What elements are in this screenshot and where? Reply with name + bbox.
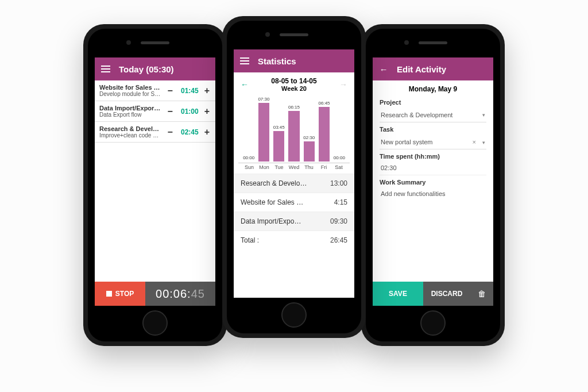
chart-bar: 06:45: [317, 97, 331, 162]
chart-bar: 06:15: [287, 97, 301, 162]
chart-bar: 00:00: [242, 97, 256, 162]
minus-icon[interactable]: −: [165, 127, 175, 137]
activity-time: 01:45: [179, 87, 199, 95]
bar-value-label: 07:30: [258, 97, 269, 102]
activity-title: Data Import/Export Plu…: [99, 105, 162, 112]
action-bar: SAVE DISCARD 🗑: [373, 282, 493, 306]
appbar-edit: ← Edit Activity: [373, 57, 493, 80]
chart-bar: 03:45: [272, 97, 286, 162]
date-range: 08-05 to 14-05: [271, 77, 316, 85]
bar-value-label: 02:30: [303, 135, 315, 140]
axis-tick: Sun: [242, 164, 257, 170]
work-summary-label: Work Summary: [380, 179, 486, 186]
chevron-down-icon: ▾: [482, 140, 485, 145]
activity-subtitle: Data Export flow: [99, 112, 162, 118]
home-button[interactable]: [281, 302, 307, 328]
axis-tick: Fri: [316, 164, 331, 170]
appbar-stats: Statistics: [234, 49, 354, 72]
project-value: Research & Development: [381, 112, 452, 118]
activity-row[interactable]: Website for Sales & W… Develop module fo…: [95, 80, 215, 101]
activity-row[interactable]: Data Import/Export Plu… Data Export flow…: [95, 101, 215, 122]
activity-title: Research & Developme…: [99, 125, 162, 132]
discard-button[interactable]: DISCARD: [423, 290, 470, 298]
activity-time: 01:00: [179, 107, 199, 116]
prev-week-icon[interactable]: ←: [241, 80, 249, 89]
stat-row: Research & Develo…13:00: [234, 174, 354, 193]
plus-icon[interactable]: +: [203, 106, 211, 117]
home-button[interactable]: [142, 310, 168, 336]
stat-value: 09:30: [330, 217, 347, 225]
stop-icon: [106, 291, 112, 297]
next-week-icon[interactable]: →: [339, 80, 347, 89]
clear-icon[interactable]: ×: [473, 139, 476, 145]
bar-fill: [273, 131, 284, 162]
phone-stats: Statistics ← 08-05 to 14-05 Week 20 → 00…: [222, 16, 366, 338]
stat-name: Data Import/Expo…: [241, 217, 301, 225]
bar-value-label: 06:15: [288, 105, 300, 110]
task-label: Task: [380, 126, 486, 133]
activity-list: Website for Sales & W… Develop module fo…: [95, 80, 215, 282]
bar-fill: [319, 107, 330, 162]
minus-icon[interactable]: −: [165, 106, 175, 117]
axis-tick: Wed: [287, 164, 301, 170]
axis-tick: Tue: [272, 164, 287, 170]
hamburger-icon[interactable]: [239, 57, 250, 64]
activity-title: Website for Sales & W…: [99, 84, 162, 91]
plus-icon[interactable]: +: [203, 127, 211, 137]
axis-tick: Mon: [257, 164, 272, 170]
stat-value: 4:15: [334, 198, 347, 206]
stop-label: STOP: [115, 290, 134, 298]
phone-today: Today (05:30) Website for Sales & W… Dev…: [83, 24, 227, 346]
task-value: New portal system: [381, 139, 432, 145]
time-spent-input[interactable]: 02:30: [380, 163, 486, 175]
project-select[interactable]: Research & Development ▾: [380, 109, 486, 122]
activity-subtitle: Improve+clean code an…: [99, 132, 162, 139]
axis-tick: Sat: [331, 164, 346, 170]
stat-row: Total :26:45: [234, 230, 354, 249]
activity-time: 02:45: [179, 128, 199, 136]
appbar-title: Today (05:30): [119, 64, 174, 74]
bar-value-label: 00:00: [243, 155, 254, 160]
chart-bar: 07:30: [257, 97, 270, 162]
project-label: Project: [380, 99, 486, 106]
hamburger-icon[interactable]: [100, 66, 111, 72]
stat-name: Research & Develo…: [241, 179, 307, 187]
bar-fill: [304, 141, 315, 162]
edit-form: Monday, May 9 Project Research & Develop…: [373, 80, 493, 282]
stat-value: 13:00: [330, 179, 347, 187]
chevron-down-icon: ▾: [482, 112, 485, 118]
activity-row[interactable]: Research & Developme… Improve+clean code…: [95, 122, 215, 143]
stat-name: Total :: [241, 236, 259, 244]
stat-name: Website for Sales …: [241, 198, 303, 206]
time-spent-label: Time spent (hh:mm): [380, 153, 486, 160]
activity-subtitle: Develop module for Sa…: [99, 91, 162, 97]
bar-fill: [288, 111, 299, 162]
minus-icon[interactable]: −: [165, 86, 175, 96]
stats-summary-list: Research & Develo…13:00Website for Sales…: [234, 174, 354, 249]
date-range-nav: ← 08-05 to 14-05 Week 20 →: [234, 72, 354, 94]
form-date: Monday, May 9: [380, 85, 486, 93]
bar-value-label: 03:45: [273, 125, 285, 130]
bar-value-label: 06:45: [319, 101, 330, 106]
chart-x-axis: SunMonTueWedThuFriSat: [238, 164, 350, 170]
stat-row: Website for Sales …4:15: [234, 193, 354, 212]
stat-value: 26:45: [330, 236, 347, 244]
work-summary-input[interactable]: Add new functionalities: [380, 189, 486, 201]
weekly-bar-chart: 00:0007:3003:4506:1502:3006:4500:00: [238, 94, 350, 163]
appbar-today: Today (05:30): [95, 57, 215, 80]
task-select[interactable]: New portal system × ▾: [380, 136, 486, 149]
bar-fill: [258, 103, 269, 162]
phone-edit: ← Edit Activity Monday, May 9 Project Re…: [361, 24, 505, 346]
appbar-title: Statistics: [258, 56, 296, 66]
home-button[interactable]: [420, 310, 446, 336]
save-button[interactable]: SAVE: [373, 282, 423, 306]
chart-bar: 00:00: [332, 97, 346, 162]
bar-value-label: 00:00: [334, 155, 345, 160]
stop-button[interactable]: STOP: [95, 282, 145, 306]
back-icon[interactable]: ←: [378, 64, 389, 74]
appbar-title: Edit Activity: [397, 64, 446, 74]
timer-readout: 00:06:45: [145, 287, 215, 301]
trash-icon[interactable]: 🗑: [470, 289, 493, 298]
stat-row: Data Import/Expo…09:30: [234, 212, 354, 230]
plus-icon[interactable]: +: [203, 86, 211, 96]
